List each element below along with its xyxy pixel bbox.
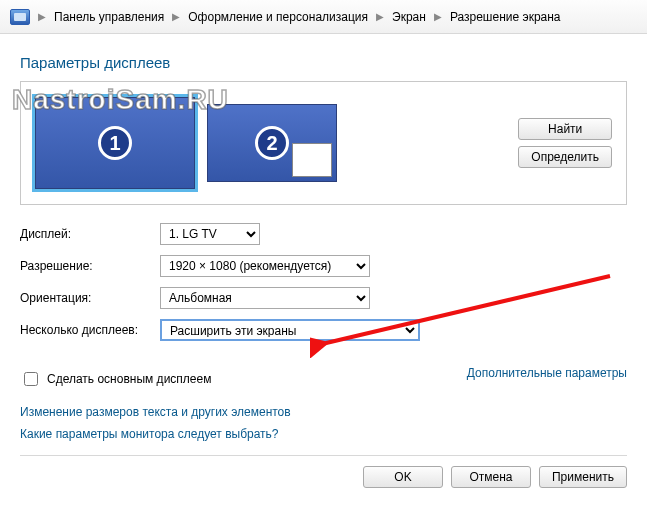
chevron-right-icon: ▶: [172, 11, 180, 22]
monitor-2[interactable]: 2: [207, 104, 337, 182]
chevron-right-icon: ▶: [38, 11, 46, 22]
chevron-right-icon: ▶: [376, 11, 384, 22]
calendar-grid-icon: [292, 143, 332, 177]
which-settings-link[interactable]: Какие параметры монитора следует выбрать…: [20, 427, 279, 441]
display-label: Дисплей:: [20, 227, 150, 241]
breadcrumb-bar: ▶ Панель управления ▶ Оформление и персо…: [0, 0, 647, 34]
monitor-1-badge: 1: [98, 126, 132, 160]
dialog-footer: OK Отмена Применить: [0, 466, 647, 500]
advanced-settings-link[interactable]: Дополнительные параметры: [467, 366, 627, 380]
breadcrumb-item[interactable]: Оформление и персонализация: [188, 10, 368, 24]
detect-button[interactable]: Определить: [518, 146, 612, 168]
breadcrumb-item[interactable]: Панель управления: [54, 10, 164, 24]
breadcrumb-item[interactable]: Разрешение экрана: [450, 10, 561, 24]
orientation-label: Ориентация:: [20, 291, 150, 305]
orientation-select[interactable]: Альбомная: [160, 287, 370, 309]
page-title: Параметры дисплеев: [20, 54, 627, 71]
divider: [20, 455, 627, 456]
multiple-displays-select[interactable]: Расширить эти экраны: [160, 319, 420, 341]
multiple-displays-label: Несколько дисплеев:: [20, 323, 150, 337]
display-preview-box: 1 2 Найти Определить: [20, 81, 627, 205]
cancel-button[interactable]: Отмена: [451, 466, 531, 488]
ok-button[interactable]: OK: [363, 466, 443, 488]
display-select[interactable]: 1. LG TV: [160, 223, 260, 245]
resolution-label: Разрешение:: [20, 259, 150, 273]
text-size-link[interactable]: Изменение размеров текста и других элеме…: [20, 405, 291, 419]
resolution-select[interactable]: 1920 × 1080 (рекомендуется): [160, 255, 370, 277]
monitor-layout[interactable]: 1 2: [35, 97, 337, 189]
monitor-2-badge: 2: [255, 126, 289, 160]
apply-button[interactable]: Применить: [539, 466, 627, 488]
find-button[interactable]: Найти: [518, 118, 612, 140]
monitor-1[interactable]: 1: [35, 97, 195, 189]
chevron-right-icon: ▶: [434, 11, 442, 22]
breadcrumb-item[interactable]: Экран: [392, 10, 426, 24]
make-primary-label: Сделать основным дисплеем: [47, 372, 211, 386]
make-primary-checkbox[interactable]: [24, 372, 38, 386]
control-panel-icon: [10, 9, 30, 25]
